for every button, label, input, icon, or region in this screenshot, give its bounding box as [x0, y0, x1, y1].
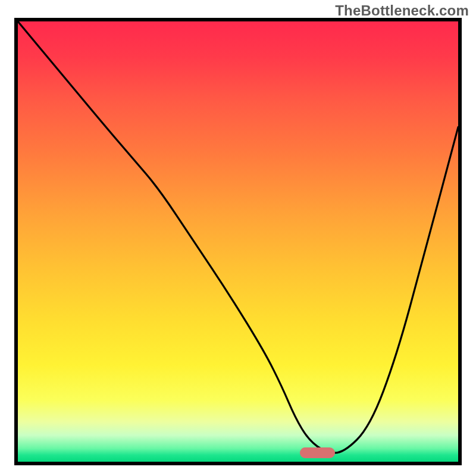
watermark-text: TheBottleneck.com: [335, 2, 469, 19]
chart-container: TheBottleneck.com: [0, 0, 476, 476]
optimal-range-marker: [300, 447, 335, 458]
plot-area: [18, 21, 458, 462]
curve-path: [18, 21, 458, 453]
bottleneck-curve: [18, 21, 458, 462]
plot-border: [14, 18, 462, 465]
